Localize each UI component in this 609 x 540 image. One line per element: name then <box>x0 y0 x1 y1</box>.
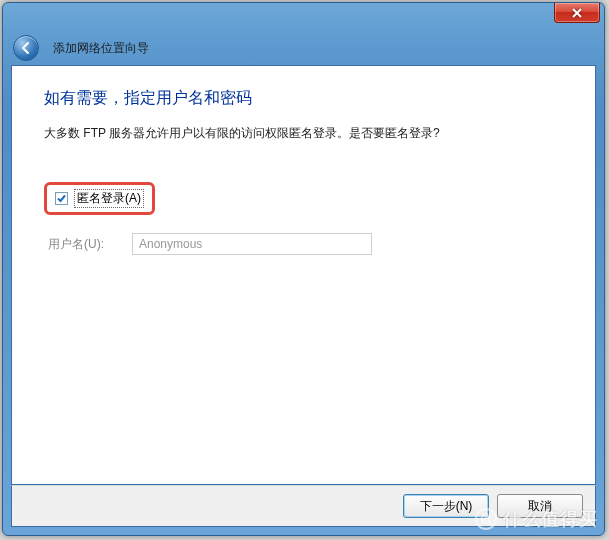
nav-row: 添加网络位置向导 <box>3 31 604 65</box>
anonymous-login-label: 匿名登录(A) <box>74 189 144 208</box>
page-heading: 如有需要，指定用户名和密码 <box>44 88 563 109</box>
close-button[interactable] <box>554 3 600 23</box>
arrow-left-icon <box>19 41 33 55</box>
titlebar <box>3 3 604 31</box>
checkmark-icon <box>56 193 67 204</box>
back-button[interactable] <box>13 35 39 61</box>
username-row: 用户名(U): <box>48 233 563 255</box>
next-button[interactable]: 下一步(N) <box>403 494 489 518</box>
cancel-button[interactable]: 取消 <box>497 494 583 518</box>
username-label: 用户名(U): <box>48 236 118 253</box>
close-icon <box>572 8 582 18</box>
content-area: 如有需要，指定用户名和密码 大多数 FTP 服务器允许用户以有限的访问权限匿名登… <box>11 65 596 485</box>
page-description: 大多数 FTP 服务器允许用户以有限的访问权限匿名登录。是否要匿名登录? <box>44 125 563 142</box>
wizard-window: 添加网络位置向导 如有需要，指定用户名和密码 大多数 FTP 服务器允许用户以有… <box>2 2 605 536</box>
username-input <box>132 233 372 255</box>
highlight-box: 匿名登录(A) <box>44 182 155 215</box>
wizard-title: 添加网络位置向导 <box>53 40 149 57</box>
footer: 下一步(N) 取消 <box>11 485 596 527</box>
anonymous-login-checkbox[interactable] <box>55 192 68 205</box>
